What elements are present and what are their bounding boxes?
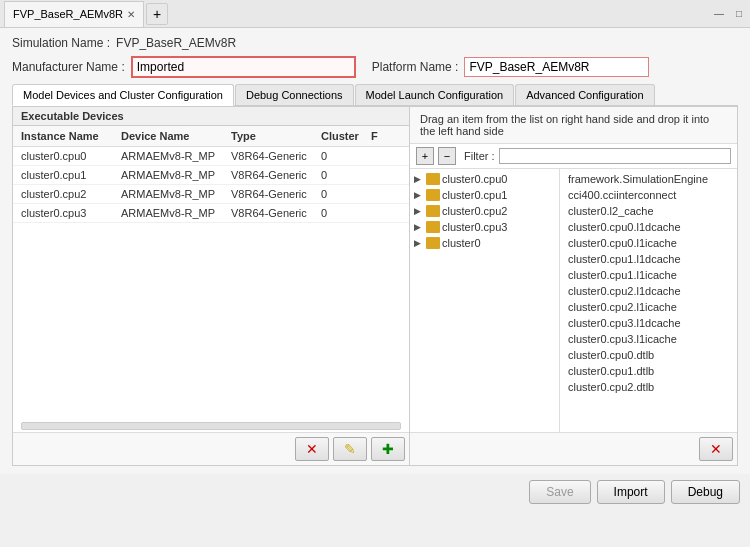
manufacturer-name-input[interactable]	[131, 56, 356, 78]
table-header: Instance Name Device Name Type Cluster F	[13, 126, 409, 147]
executable-devices-panel: Executable Devices Instance Name Device …	[13, 107, 410, 465]
tab-model-devices[interactable]: Model Devices and Cluster Configuration	[12, 84, 234, 106]
cell-type: V8R64-Generic	[231, 148, 321, 164]
list-item[interactable]: cluster0.cpu1.dtlb	[564, 363, 733, 379]
cell-device: ARMAEMv8-R_MP	[121, 148, 231, 164]
cell-cluster: 0	[321, 205, 371, 221]
main-content: Simulation Name : FVP_BaseR_AEMv8R Manuf…	[0, 28, 750, 474]
list-item[interactable]: cci400.cciinterconnect	[564, 187, 733, 203]
title-bar: FVP_BaseR_AEMv8R ✕ + — □	[0, 0, 750, 28]
table-body: cluster0.cpu0 ARMAEMv8-R_MP V8R64-Generi…	[13, 147, 409, 420]
table-row[interactable]: cluster0.cpu0 ARMAEMv8-R_MP V8R64-Generi…	[13, 147, 409, 166]
tree-folder-icon	[426, 173, 440, 185]
filter-label: Filter :	[464, 150, 495, 162]
cell-cluster: 0	[321, 186, 371, 202]
list-item[interactable]: framework.SimulationEngine	[564, 171, 733, 187]
list-item[interactable]: cluster0.cpu2.l1icache	[564, 299, 733, 315]
cell-instance: cluster0.cpu3	[21, 205, 121, 221]
delete-device-button[interactable]: ✕	[295, 437, 329, 461]
tree-folder-icon	[426, 205, 440, 217]
table-row[interactable]: cluster0.cpu3 ARMAEMv8-R_MP V8R64-Generi…	[13, 204, 409, 223]
edit-device-button[interactable]: ✎	[333, 437, 367, 461]
col-device: Device Name	[121, 128, 231, 144]
collapse-all-button[interactable]: −	[438, 147, 456, 165]
list-item[interactable]: cluster0.cpu1.l1icache	[564, 267, 733, 283]
cell-instance: cluster0.cpu2	[21, 186, 121, 202]
cell-f	[371, 205, 401, 221]
list-item[interactable]: cluster0.cpu0.l1icache	[564, 235, 733, 251]
tree-expand-icon: ▶	[414, 238, 424, 248]
footer-row: Save Import Debug	[0, 474, 750, 510]
horizontal-scrollbar[interactable]	[21, 422, 401, 430]
remove-association-button[interactable]: ✕	[699, 437, 733, 461]
edit-icon: ✎	[344, 441, 356, 457]
col-type: Type	[231, 128, 321, 144]
list-item[interactable]: cluster0.cpu3.l1dcache	[564, 315, 733, 331]
tree-item[interactable]: ▶ cluster0.cpu2	[412, 203, 557, 219]
table-row[interactable]: cluster0.cpu2 ARMAEMv8-R_MP V8R64-Generi…	[13, 185, 409, 204]
tree-item[interactable]: ▶ cluster0.cpu3	[412, 219, 557, 235]
cell-device: ARMAEMv8-R_MP	[121, 167, 231, 183]
tree-item-label: cluster0.cpu3	[442, 221, 507, 233]
minimize-icon[interactable]: —	[710, 6, 728, 21]
close-icon[interactable]: ✕	[127, 9, 135, 20]
associations-toolbar: + − Filter :	[410, 144, 737, 169]
editor-tab[interactable]: FVP_BaseR_AEMv8R ✕	[4, 1, 144, 27]
tab-advanced[interactable]: Advanced Configuration	[515, 84, 654, 105]
debug-button[interactable]: Debug	[671, 480, 740, 504]
tree-item[interactable]: ▶ cluster0.cpu1	[412, 187, 557, 203]
tree-item-label: cluster0.cpu1	[442, 189, 507, 201]
associations-panel: Drag an item from the list on right hand…	[410, 107, 737, 465]
remove-icon: ✕	[710, 441, 722, 457]
simulation-name-row: Simulation Name : FVP_BaseR_AEMv8R	[12, 36, 738, 50]
expand-all-button[interactable]: +	[416, 147, 434, 165]
tree-item-label: cluster0.cpu2	[442, 205, 507, 217]
tree-panel: ▶ cluster0.cpu0 ▶ cluster0.cpu1 ▶ cluste…	[410, 169, 560, 432]
filter-input[interactable]	[499, 148, 731, 164]
tab-debug-connections[interactable]: Debug Connections	[235, 84, 354, 105]
add-tab-button[interactable]: +	[146, 3, 168, 25]
tree-item[interactable]: ▶ cluster0.cpu0	[412, 171, 557, 187]
right-panel-footer: ✕	[410, 432, 737, 465]
cell-type: V8R64-Generic	[231, 167, 321, 183]
cell-instance: cluster0.cpu1	[21, 167, 121, 183]
platform-name-label: Platform Name :	[372, 60, 459, 74]
associations-description: Drag an item from the list on right hand…	[410, 107, 737, 144]
tree-expand-icon: ▶	[414, 174, 424, 184]
list-item[interactable]: cluster0.cpu0.l1dcache	[564, 219, 733, 235]
tree-item-label: cluster0	[442, 237, 481, 249]
col-cluster: Cluster	[321, 128, 371, 144]
cell-device: ARMAEMv8-R_MP	[121, 186, 231, 202]
tree-folder-icon	[426, 221, 440, 233]
simulation-name-label: Simulation Name :	[12, 36, 110, 50]
list-item[interactable]: cluster0.cpu3.l1icache	[564, 331, 733, 347]
maximize-icon[interactable]: □	[732, 6, 746, 21]
window-controls: — □	[710, 6, 746, 21]
cell-cluster: 0	[321, 148, 371, 164]
list-item[interactable]: cluster0.cpu2.l1dcache	[564, 283, 733, 299]
cell-type: V8R64-Generic	[231, 205, 321, 221]
simulation-name-value: FVP_BaseR_AEMv8R	[116, 36, 236, 50]
table-row[interactable]: cluster0.cpu1 ARMAEMv8-R_MP V8R64-Generi…	[13, 166, 409, 185]
executable-devices-title: Executable Devices	[13, 107, 409, 126]
associations-body: ▶ cluster0.cpu0 ▶ cluster0.cpu1 ▶ cluste…	[410, 169, 737, 432]
tab-model-launch[interactable]: Model Launch Configuration	[355, 84, 515, 105]
cell-instance: cluster0.cpu0	[21, 148, 121, 164]
cell-f	[371, 148, 401, 164]
import-button[interactable]: Import	[597, 480, 665, 504]
col-instance: Instance Name	[21, 128, 121, 144]
list-item[interactable]: cluster0.cpu2.dtlb	[564, 379, 733, 395]
cell-type: V8R64-Generic	[231, 186, 321, 202]
list-item[interactable]: cluster0.cpu0.dtlb	[564, 347, 733, 363]
add-device-button[interactable]: ✚	[371, 437, 405, 461]
list-item[interactable]: cluster0.cpu1.l1dcache	[564, 251, 733, 267]
tree-item-label: cluster0.cpu0	[442, 173, 507, 185]
config-tab-nav: Model Devices and Cluster Configuration …	[12, 84, 738, 106]
tree-item[interactable]: ▶ cluster0	[412, 235, 557, 251]
platform-name-input[interactable]	[464, 57, 649, 77]
manufacturer-platform-row: Manufacturer Name : Platform Name :	[12, 56, 738, 78]
left-panel-footer: ✕ ✎ ✚	[13, 432, 409, 465]
list-item[interactable]: cluster0.l2_cache	[564, 203, 733, 219]
save-button[interactable]: Save	[529, 480, 590, 504]
cell-device: ARMAEMv8-R_MP	[121, 205, 231, 221]
